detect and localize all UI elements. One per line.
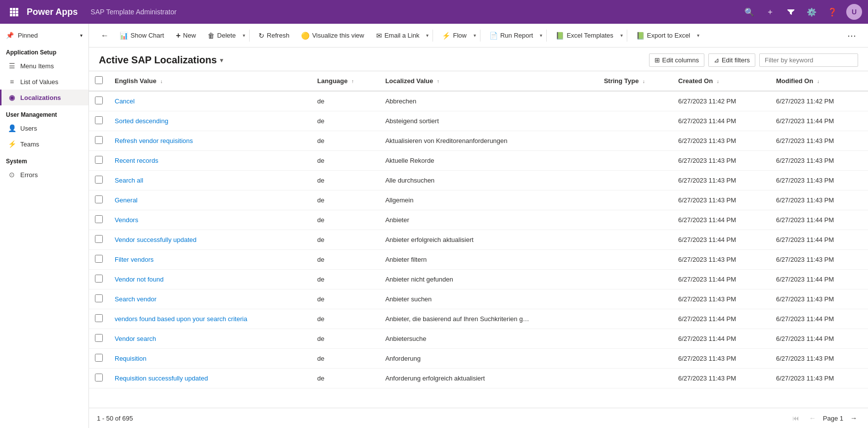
search-icon[interactable]: 🔍 — [742, 5, 756, 19]
row-checkbox-cell[interactable] — [89, 309, 109, 329]
cell-english-value[interactable]: Search all — [109, 171, 311, 190]
row-checkbox[interactable] — [95, 116, 103, 124]
row-checkbox-cell[interactable] — [89, 329, 109, 349]
row-checkbox[interactable] — [95, 294, 103, 302]
cell-english-value[interactable]: General — [109, 190, 311, 210]
page-title-chevron-icon[interactable]: ▾ — [220, 57, 223, 64]
row-checkbox-cell[interactable] — [89, 151, 109, 171]
cmd-more-menu[interactable]: ⋯ — [843, 28, 860, 43]
row-checkbox-cell[interactable] — [89, 190, 109, 210]
cell-english-value[interactable]: Requisition — [109, 349, 311, 369]
row-checkbox-cell[interactable] — [89, 250, 109, 270]
row-checkbox-cell[interactable] — [89, 171, 109, 190]
english-value-link[interactable]: Refresh vendor requisitions — [115, 137, 193, 144]
row-checkbox-cell[interactable] — [89, 210, 109, 230]
english-value-link[interactable]: Vendor search — [115, 335, 156, 342]
run-report-button[interactable]: 📄 Run Report — [484, 29, 538, 43]
sidebar-item-teams[interactable]: ⚡ Teams — [0, 136, 88, 152]
sidebar-item-errors[interactable]: ⊙ Errors — [0, 167, 88, 183]
edit-columns-button[interactable]: ⊞ Edit columns — [649, 53, 704, 67]
next-page-button[interactable]: → — [847, 412, 860, 424]
run-report-chevron[interactable]: ▾ — [540, 33, 542, 38]
cell-english-value[interactable]: Filter vendors — [109, 250, 311, 270]
col-english-value[interactable]: English Value ↓ — [109, 71, 311, 91]
row-checkbox[interactable] — [95, 255, 103, 263]
sidebar-item-users[interactable]: 👤 Users — [0, 120, 88, 136]
english-value-link[interactable]: Search vendor — [115, 295, 157, 303]
grid-menu-icon[interactable] — [6, 4, 22, 20]
row-checkbox-cell[interactable] — [89, 289, 109, 309]
col-localized-value[interactable]: Localized Value ↑ — [379, 71, 598, 91]
select-all-header[interactable] — [89, 71, 109, 91]
sidebar-item-list-of-values[interactable]: ≡ List of Values — [0, 74, 88, 90]
visualize-button[interactable]: 🟡 Visualize this view — [296, 29, 369, 43]
row-checkbox[interactable] — [95, 314, 103, 322]
english-value-link[interactable]: Requisition successfully updated — [115, 375, 208, 382]
filter-by-keyword-input[interactable] — [759, 53, 858, 67]
english-value-link[interactable]: vendors found based upon your search cri… — [115, 315, 247, 323]
english-value-link[interactable]: Vendor successfully updated — [115, 236, 197, 243]
flow-button[interactable]: ⚡ Flow — [437, 29, 471, 43]
refresh-button[interactable]: ↻ Refresh — [254, 29, 295, 43]
email-link-chevron[interactable]: ▾ — [426, 33, 429, 38]
english-value-link[interactable]: Search all — [115, 177, 143, 184]
cell-english-value[interactable]: Cancel — [109, 91, 311, 111]
email-link-button[interactable]: ✉ Email a Link — [371, 29, 425, 43]
row-checkbox-cell[interactable] — [89, 369, 109, 388]
row-checkbox-cell[interactable] — [89, 91, 109, 111]
flow-chevron[interactable]: ▾ — [474, 33, 476, 38]
english-value-link[interactable]: Recent records — [115, 157, 158, 164]
excel-templates-button[interactable]: 📗 Excel Templates — [551, 29, 618, 43]
row-checkbox[interactable] — [95, 156, 103, 164]
avatar[interactable]: U — [846, 4, 862, 20]
sidebar-item-localizations[interactable]: ◉ Localizations — [0, 90, 88, 105]
delete-button[interactable]: 🗑 Delete — [203, 29, 241, 43]
row-checkbox[interactable] — [95, 235, 103, 243]
prev-page-button[interactable]: ← — [806, 412, 819, 424]
export-to-excel-chevron[interactable]: ▾ — [697, 33, 699, 38]
export-to-excel-button[interactable]: 📗 Export to Excel — [631, 29, 695, 43]
row-checkbox-cell[interactable] — [89, 349, 109, 369]
row-checkbox-cell[interactable] — [89, 131, 109, 151]
filter-icon[interactable] — [784, 5, 798, 19]
cell-english-value[interactable]: vendors found based upon your search cri… — [109, 309, 311, 329]
row-checkbox[interactable] — [95, 374, 103, 381]
help-icon[interactable]: ❓ — [825, 5, 839, 19]
row-checkbox[interactable] — [95, 176, 103, 184]
col-modified-on[interactable]: Modified On ↓ — [770, 71, 868, 91]
cell-english-value[interactable]: Vendors — [109, 210, 311, 230]
english-value-link[interactable]: General — [115, 196, 137, 204]
excel-templates-chevron[interactable]: ▾ — [620, 33, 623, 38]
row-checkbox[interactable] — [95, 215, 103, 223]
back-button[interactable]: ← — [97, 29, 113, 42]
cell-english-value[interactable]: Recent records — [109, 151, 311, 171]
add-icon[interactable]: ＋ — [763, 5, 777, 19]
first-page-button[interactable]: ⏮ — [789, 412, 802, 424]
cell-english-value[interactable]: Vendor successfully updated — [109, 230, 311, 250]
row-checkbox-cell[interactable] — [89, 270, 109, 289]
english-value-link[interactable]: Filter vendors — [115, 256, 154, 263]
row-checkbox[interactable] — [95, 136, 103, 144]
english-value-link[interactable]: Vendors — [115, 216, 138, 224]
col-language[interactable]: Language ↑ — [311, 71, 380, 91]
sidebar-collapse-btn[interactable]: 📌 Pinned ▾ — [0, 28, 88, 43]
sidebar-item-menu-items[interactable]: ☰ Menu Items — [0, 58, 88, 74]
english-value-link[interactable]: Vendor not found — [115, 276, 164, 283]
cell-english-value[interactable]: Refresh vendor requisitions — [109, 131, 311, 151]
cell-english-value[interactable]: Vendor not found — [109, 270, 311, 289]
row-checkbox[interactable] — [95, 354, 103, 362]
settings-icon[interactable]: ⚙️ — [805, 5, 819, 19]
row-checkbox[interactable] — [95, 275, 103, 283]
select-all-checkbox[interactable] — [95, 76, 103, 84]
row-checkbox-cell[interactable] — [89, 230, 109, 250]
row-checkbox[interactable] — [95, 195, 103, 203]
english-value-link[interactable]: Cancel — [115, 97, 134, 105]
cell-english-value[interactable]: Requisition successfully updated — [109, 369, 311, 388]
delete-chevron[interactable]: ▾ — [243, 33, 245, 38]
row-checkbox[interactable] — [95, 96, 103, 104]
row-checkbox[interactable] — [95, 334, 103, 342]
new-button[interactable]: + New — [171, 28, 201, 43]
english-value-link[interactable]: Sorted descending — [115, 117, 168, 125]
col-string-type[interactable]: String Type ↓ — [598, 71, 672, 91]
row-checkbox-cell[interactable] — [89, 111, 109, 131]
